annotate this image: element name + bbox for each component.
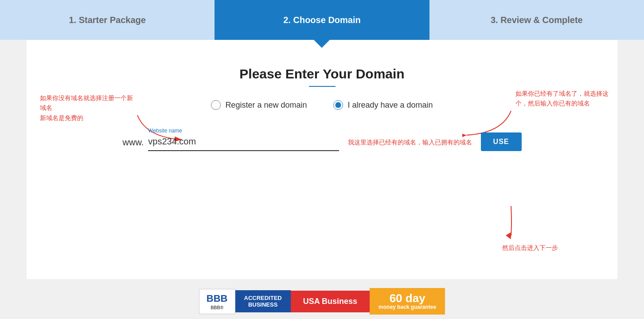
- bbb-text: BBB®: [211, 305, 223, 310]
- page-title: Please Enter Your Domain: [53, 66, 591, 82]
- annotation-bottom-right: 然后点击进入下一步: [502, 243, 582, 253]
- usa-badge: USA Business: [291, 291, 370, 312]
- step-1-label: 1. Starter Package: [69, 15, 145, 25]
- stepper: 1. Starter Package 2. Choose Domain 3. R…: [0, 0, 644, 40]
- step-3-label: 3. Review & Complete: [491, 15, 583, 25]
- guarantee-label: money back guarantee: [379, 304, 436, 310]
- days-label: 60 day: [390, 292, 425, 304]
- step-2-label: 2. Choose Domain: [283, 15, 360, 25]
- radio-existing-domain-input[interactable]: [333, 100, 343, 110]
- main-content: Please Enter Your Domain 如果你没有域名就选择注册一个新…: [27, 40, 617, 279]
- title-underline: [309, 86, 336, 87]
- website-name-label: Website name: [148, 128, 339, 134]
- arrow-down-icon: [498, 204, 524, 239]
- domain-input[interactable]: [148, 135, 339, 151]
- domain-input-row: www. Website name 我这里选择已经有的域名，输入已拥有的域名 U…: [123, 128, 522, 151]
- bbb-badge: BBB BBB®: [199, 289, 235, 314]
- annotation-right: 如果你已经有了域名了，就选择这个，然后输入你已有的域名: [515, 89, 613, 109]
- footer-badges: BBB BBB® ACCREDITED BUSINESS USA Busines…: [0, 279, 644, 319]
- radio-new-domain[interactable]: Register a new domain: [211, 100, 307, 110]
- annotation-middle: 我这里选择已经有的域名，输入已拥有的域名: [348, 139, 472, 151]
- radio-new-domain-input[interactable]: [211, 100, 221, 110]
- step-3[interactable]: 3. Review & Complete: [429, 0, 644, 40]
- annotation-left: 如果你没有域名就选择注册一个新域名 新域名是免费的: [40, 93, 137, 123]
- guarantee-badge: 60 day money back guarantee: [370, 288, 445, 315]
- radio-new-domain-label: Register a new domain: [225, 101, 307, 110]
- radio-existing-domain[interactable]: I already have a domain: [333, 100, 433, 110]
- accredited-badge: ACCREDITED BUSINESS: [235, 290, 291, 312]
- step-1[interactable]: 1. Starter Package: [0, 0, 215, 40]
- accredited-line2: BUSINESS: [248, 301, 277, 308]
- usa-label: USA Business: [303, 297, 357, 306]
- step-2[interactable]: 2. Choose Domain: [215, 0, 429, 40]
- accredited-line1: ACCREDITED: [244, 295, 282, 301]
- www-label: www.: [123, 137, 144, 151]
- bbb-logo: BBB: [207, 293, 228, 304]
- input-container: Website name: [148, 128, 339, 151]
- use-button[interactable]: USE: [481, 132, 522, 151]
- radio-existing-domain-label: I already have a domain: [347, 101, 433, 110]
